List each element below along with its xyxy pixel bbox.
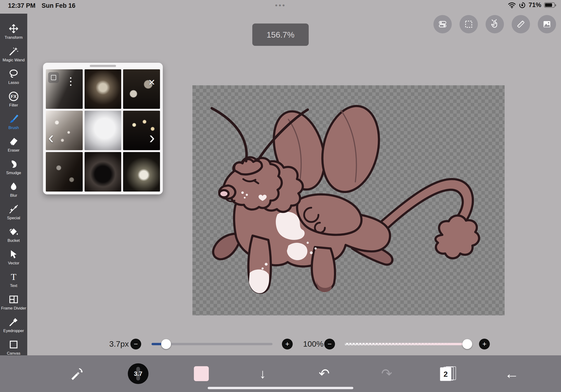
reference-select-button[interactable]: [48, 72, 59, 83]
home-indicator[interactable]: [208, 387, 353, 389]
tool-bucket[interactable]: Bucket: [0, 223, 27, 246]
select-square-icon: [51, 75, 56, 80]
tool-brush[interactable]: Brush: [0, 110, 27, 133]
lasso-icon: [8, 68, 19, 79]
tool-eraser[interactable]: Eraser: [0, 133, 27, 156]
status-bar: 12:37 PMSun Feb 16 ••• 71%: [0, 0, 561, 11]
quick-settings-icon: [437, 19, 448, 29]
tool-label: Lasso: [8, 80, 19, 85]
undo-icon: ↶: [319, 367, 330, 380]
opacity-increase-button[interactable]: +: [479, 339, 490, 349]
magic-wand-icon: [8, 46, 19, 57]
drawing-canvas[interactable]: [192, 85, 505, 316]
reference-next-button[interactable]: ›: [149, 131, 155, 144]
hand-gesture-icon: [490, 19, 500, 29]
redo-icon: ↷: [381, 367, 392, 380]
layers-button[interactable]: 2: [436, 355, 460, 392]
reference-window-drag-handle[interactable]: [90, 65, 116, 67]
zoom-indicator: 156.7%: [252, 23, 309, 46]
tool-label: Special: [7, 216, 20, 220]
tool-blur[interactable]: Blur: [0, 178, 27, 201]
tool-magic-wand[interactable]: Magic Wand: [0, 43, 27, 65]
tool-special[interactable]: Special: [0, 201, 27, 223]
reference-close-button[interactable]: ✕: [148, 78, 155, 87]
blur-icon: [8, 181, 19, 192]
back-button[interactable]: ←: [499, 355, 524, 392]
eyedropper-icon: [8, 316, 19, 327]
status-date: Sun Feb 16: [42, 2, 76, 9]
text-icon: T: [8, 272, 19, 282]
opacity-slider[interactable]: [345, 343, 470, 345]
fx-icon: FX: [8, 91, 19, 102]
tool-label: Eraser: [8, 148, 20, 153]
reference-photo[interactable]: [46, 152, 83, 192]
smudge-icon: [8, 159, 19, 169]
tool-lasso[interactable]: Lasso: [0, 65, 27, 88]
wifi-icon: [508, 2, 516, 8]
brush-size-increase-button[interactable]: +: [282, 339, 293, 349]
hand-gesture-button[interactable]: [485, 15, 504, 33]
zoom-value: 156.7%: [267, 30, 295, 40]
battery-icon: [544, 2, 555, 8]
opacity-decrease-button[interactable]: −: [324, 339, 335, 349]
brush-preview: 3.7: [128, 363, 149, 384]
reference-photo[interactable]: [85, 111, 121, 150]
tool-label: Canvas: [7, 351, 21, 356]
down-arrow-icon: ↓: [259, 367, 266, 380]
reference-photo[interactable]: [85, 69, 121, 109]
reference-photo[interactable]: [123, 152, 160, 192]
multitask-dots-icon[interactable]: •••: [275, 1, 286, 9]
back-arrow-icon: ←: [504, 366, 519, 381]
reference-photo[interactable]: [85, 152, 121, 192]
tool-smudge[interactable]: Smudge: [0, 156, 27, 178]
color-swatch-button[interactable]: [191, 355, 212, 392]
special-icon: [8, 204, 19, 215]
brush-size-slider-knob[interactable]: [161, 339, 171, 349]
tool-label: Blur: [10, 193, 17, 198]
brush-size-readout: 3.7: [134, 370, 142, 377]
tool-label: Vector: [8, 261, 19, 266]
brush-icon: [8, 113, 19, 124]
tool-label: Text: [10, 283, 17, 288]
material-button[interactable]: [538, 15, 556, 33]
undo-button[interactable]: ↶: [313, 355, 335, 392]
status-time: 12:37 PM: [8, 2, 35, 9]
eraser-icon: [8, 136, 19, 147]
current-color-swatch: [194, 366, 209, 381]
opacity-value: 100%: [302, 339, 324, 348]
tool-eyedropper[interactable]: Eyedropper: [0, 314, 27, 336]
reference-window: ✕ ‹ ›: [43, 63, 163, 194]
ruler-button[interactable]: [512, 15, 530, 33]
tool-frame-divider[interactable]: Frame Divider: [0, 291, 27, 314]
status-time-date: 12:37 PMSun Feb 16: [8, 2, 76, 9]
layer-count: 2: [443, 370, 448, 379]
bottom-toolbar: 3.7 ↓ ↶ ↷ 2 ←: [0, 355, 561, 392]
selection-button[interactable]: [460, 15, 478, 33]
selection-icon: [464, 19, 474, 29]
tool-filter[interactable]: FX Filter: [0, 88, 27, 110]
tool-label: Frame Divider: [1, 306, 26, 311]
brush-preview-button[interactable]: 3.7: [127, 355, 149, 392]
tool-transform[interactable]: Transform: [0, 20, 27, 43]
tool-text[interactable]: T Text: [0, 268, 27, 291]
tool-vector[interactable]: Vector: [0, 246, 27, 268]
quick-settings-button[interactable]: [433, 15, 452, 33]
vector-icon: [8, 249, 19, 260]
opacity-slider-knob[interactable]: [462, 339, 472, 349]
orientation-lock-icon: [519, 2, 526, 9]
collapse-button[interactable]: ↓: [251, 355, 274, 392]
move-icon: [8, 23, 19, 34]
brush-size-slider[interactable]: [151, 343, 272, 345]
tool-label: Filter: [9, 103, 18, 108]
brush-size-decrease-button[interactable]: −: [130, 339, 141, 349]
reference-prev-button[interactable]: ‹: [48, 131, 54, 144]
reference-photo[interactable]: [123, 69, 160, 109]
reference-menu-button[interactable]: [68, 77, 73, 86]
brush-eraser-swap-icon: [68, 365, 85, 382]
top-right-toolbar: [433, 15, 556, 33]
svg-text:FX: FX: [11, 94, 17, 99]
ibispaint-app: 12:37 PMSun Feb 16 ••• 71%: [0, 0, 561, 392]
brush-eraser-swap-button[interactable]: [64, 355, 89, 392]
redo-button[interactable]: ↷: [375, 355, 398, 392]
bucket-icon: [8, 226, 19, 237]
